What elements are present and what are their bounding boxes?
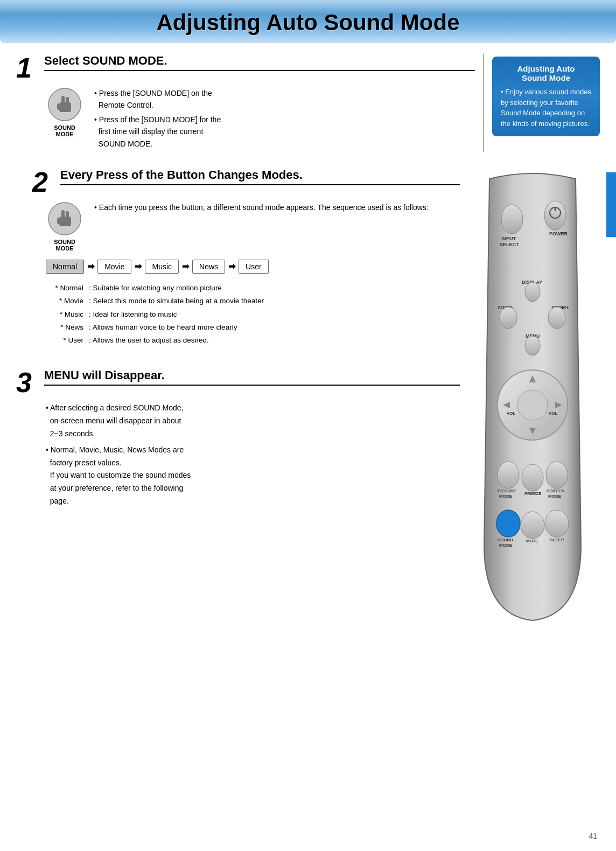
svg-rect-1 (59, 102, 71, 112)
step1-title: Select SOUND MODE. (44, 54, 475, 71)
step3-bullet2: • Normal, Movie, Music, News Modes are f… (46, 444, 460, 508)
svg-point-10 (501, 205, 523, 234)
step2-icon: SOUNDMODE (46, 201, 83, 252)
mode-music: Music (145, 260, 179, 274)
step1-number: 1 (16, 54, 38, 82)
svg-text:SELECT: SELECT (500, 242, 519, 247)
svg-rect-4 (57, 103, 60, 110)
step1-icon: SOUNDMODE (46, 87, 83, 137)
svg-point-24 (525, 336, 540, 355)
svg-text:VOL: VOL (507, 411, 516, 416)
svg-rect-3 (66, 97, 69, 104)
step2-description: • Each time you press the button, a diff… (94, 201, 429, 213)
desc-user: * User : Allows the user to adjust as de… (46, 334, 460, 347)
steps-left: 2 Every Press of the Button Changes Mode… (16, 168, 460, 626)
step3-section: 3 MENU will Disappear. • After selecting… (16, 368, 460, 507)
svg-point-46 (545, 510, 569, 537)
svg-text:MODE: MODE (548, 494, 562, 499)
svg-point-20 (500, 307, 517, 329)
svg-rect-7 (61, 210, 65, 219)
svg-rect-9 (57, 218, 60, 224)
mode-movie: Movie (97, 260, 131, 274)
step2-title: Every Press of the Button Changes Modes. (60, 168, 460, 185)
remote-container: INPUT SELECT POWER DISPLAY ZOOM- ZOOM+ M… (465, 168, 600, 626)
svg-text:SLEEP: SLEEP (550, 538, 564, 542)
svg-text:VOL: VOL (549, 411, 558, 416)
mode-news: News (192, 260, 225, 274)
info-box-title: Adjusting AutoSound Mode (501, 64, 591, 82)
sound-mode-hand-icon (47, 87, 82, 122)
step1-bullet1: • Press the [SOUND MODE] on the Remote C… (94, 87, 221, 111)
svg-text:SCREEN: SCREEN (547, 489, 565, 493)
svg-rect-8 (66, 211, 69, 219)
svg-text:MODE: MODE (499, 543, 513, 548)
mode-user: User (239, 260, 269, 274)
accent-bar (606, 172, 616, 237)
desc-music: * Music : Ideal for listening to music (46, 308, 460, 321)
desc-news: * News : Allows human voice to be heard … (46, 321, 460, 334)
svg-point-22 (548, 307, 565, 329)
svg-point-36 (522, 464, 543, 491)
svg-point-38 (546, 462, 568, 489)
step2-text: • Each time you press the button, a diff… (94, 201, 429, 215)
step2-number: 2 (32, 168, 54, 196)
svg-text:MUTE: MUTE (526, 539, 538, 543)
svg-rect-2 (61, 96, 65, 104)
step1-icon-label: SOUNDMODE (54, 124, 75, 137)
desc-normal: * Normal : Suitable for watching any mot… (46, 282, 460, 295)
info-box: Adjusting AutoSound Mode • Enjoy various… (492, 57, 600, 136)
page-title: Adjusting Auto Sound Mode (0, 10, 616, 36)
svg-text:POWER: POWER (549, 231, 568, 236)
vertical-divider (483, 54, 484, 152)
svg-text:INPUT: INPUT (501, 236, 516, 241)
svg-point-41 (496, 510, 520, 537)
svg-point-13 (544, 201, 566, 230)
step3-bullet1: • After selecting a desired SOUND Mode, … (46, 402, 460, 440)
svg-text:MODE: MODE (499, 494, 513, 499)
svg-text:PICTURE: PICTURE (498, 489, 517, 493)
step2-hand-icon (47, 201, 82, 236)
info-box-container: Adjusting AutoSound Mode • Enjoy various… (492, 54, 600, 152)
step3-title: MENU will Disappear. (44, 368, 460, 386)
svg-point-44 (521, 512, 544, 539)
svg-rect-6 (59, 217, 71, 226)
mode-sequence: Normal ➡ Movie ➡ Music ➡ News ➡ User (46, 260, 460, 274)
page-header: Adjusting Auto Sound Mode (0, 0, 616, 43)
step1-bullet2: • Press of the [SOUND MODE] for the firs… (94, 114, 221, 150)
mode-descriptions: * Normal : Suitable for watching any mot… (16, 282, 460, 347)
page-number: 41 (589, 832, 597, 840)
arrow2: ➡ (135, 261, 142, 271)
svg-text:SOUND: SOUND (498, 538, 513, 542)
info-box-description: • Enjoy various sound modes by selecting… (501, 87, 591, 129)
step1-text: • Press the [SOUND MODE] on the Remote C… (94, 87, 221, 152)
step2-section: 2 Every Press of the Button Changes Mode… (16, 168, 460, 347)
step3-text: • After selecting a desired SOUND Mode, … (16, 402, 460, 507)
svg-point-33 (498, 462, 519, 489)
svg-text:FREEZE: FREEZE (524, 491, 542, 496)
arrow3: ➡ (182, 261, 189, 271)
arrow1: ➡ (87, 261, 94, 271)
remote-control-svg: INPUT SELECT POWER DISPLAY ZOOM- ZOOM+ M… (473, 168, 592, 626)
desc-movie: * Movie : Select this mode to simulate b… (46, 295, 460, 308)
svg-point-18 (525, 282, 540, 302)
arrow4: ➡ (228, 261, 235, 271)
mode-normal: Normal (46, 260, 84, 274)
step1-section: 1 Select SOUND MODE. (16, 54, 475, 152)
step2-icon-label: SOUNDMODE (54, 239, 75, 252)
step3-number: 3 (16, 368, 38, 396)
svg-point-26 (517, 390, 548, 420)
